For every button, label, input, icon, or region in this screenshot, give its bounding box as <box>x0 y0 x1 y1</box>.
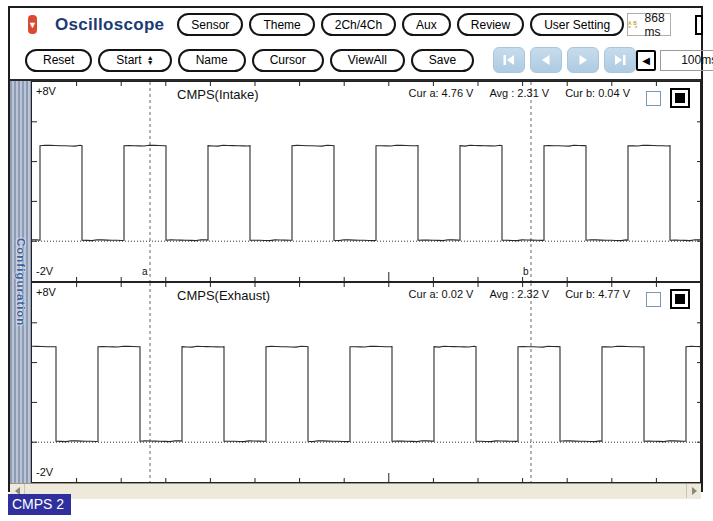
menu-button-2ch-4ch[interactable]: 2Ch/4Ch <box>321 13 396 36</box>
timebase-control: ◀ 100ms ▶ <box>636 50 713 71</box>
cursor-b-value: Cur b: 4.77 V <box>565 288 630 300</box>
timebase-value: 100ms <box>660 50 713 71</box>
waveform-plot <box>32 283 702 482</box>
record-nav-group <box>493 47 636 73</box>
page-title: Oscilloscope <box>55 15 164 35</box>
ab-time-value: 868 ms <box>645 11 671 39</box>
record-previous-button[interactable] <box>530 47 562 73</box>
voltage-bottom-label: -2V <box>36 466 53 478</box>
cursor-a-label: a <box>142 266 148 277</box>
previous-icon <box>539 54 553 66</box>
ab-cursor-icon: A B <box>628 18 638 32</box>
menu-button-user-setting[interactable]: User Setting <box>530 13 624 36</box>
channel-select-checkbox[interactable] <box>646 91 661 106</box>
filled-square-icon <box>675 294 685 304</box>
start-button[interactable]: Start▲▼ <box>98 49 171 72</box>
cursor-b-value: Cur b: 0.04 V <box>565 87 630 99</box>
channel-tab-cmps2[interactable]: CMPS 2 <box>8 494 71 515</box>
voltage-top-label: +8V <box>36 286 56 298</box>
right-triangle-icon <box>692 487 697 495</box>
channel-title: CMPS(Intake) <box>177 87 259 102</box>
channel-title: CMPS(Exhaust) <box>177 288 270 303</box>
oscilloscope-window: ▼ Oscilloscope SensorTheme2Ch/4ChAuxRevi… <box>8 6 703 492</box>
timebase-decrease-button[interactable]: ◀ <box>636 50 656 71</box>
svg-text:B: B <box>633 21 637 26</box>
next-icon <box>576 54 590 66</box>
average-value: Avg : 2.31 V <box>489 87 549 99</box>
control-button-group: ResetStart▲▼NameCursorViewAllSave <box>22 49 477 72</box>
ab-time-display: A B 868 ms <box>627 13 671 36</box>
name-button[interactable]: Name <box>178 49 246 72</box>
channel-display-mode-button[interactable] <box>670 289 690 309</box>
channel-display-mode-button[interactable] <box>670 88 690 108</box>
channel-panel-cmps-exhaust: +8V-2VCMPS(Exhaust)Cur a: 0.02 VAvg : 2.… <box>31 282 701 483</box>
measurement-readout: Cur a: 4.76 VAvg : 2.31 VCur b: 0.04 V <box>409 87 630 99</box>
button-label: Name <box>196 53 228 67</box>
button-label: ViewAll <box>348 53 387 67</box>
channel-panel-cmps-intake: +8V-2VCMPS(Intake)Cur a: 4.76 VAvg : 2.3… <box>31 81 701 282</box>
axis-ticks <box>32 82 702 281</box>
spinner-arrows-icon: ▲▼ <box>147 55 154 65</box>
average-value: Avg : 2.32 V <box>489 288 549 300</box>
record-next-button[interactable] <box>567 47 599 73</box>
button-label: Save <box>429 53 456 67</box>
filled-square-icon <box>675 93 685 103</box>
menu-button-sensor[interactable]: Sensor <box>177 13 243 36</box>
reset-button[interactable]: Reset <box>25 49 92 72</box>
first-icon <box>502 54 516 66</box>
toolbar-primary: ▼ Oscilloscope SensorTheme2Ch/4ChAuxRevi… <box>10 8 701 41</box>
horizontal-scrollbar[interactable] <box>10 483 701 499</box>
svg-text:A: A <box>628 21 632 26</box>
dropdown-arrow-icon: ▼ <box>28 20 37 30</box>
menu-button-group: SensorTheme2Ch/4ChAuxReviewUser Setting <box>174 13 627 36</box>
channel-select-checkbox[interactable] <box>646 292 661 307</box>
channel-stack: +8V-2VCMPS(Intake)Cur a: 4.76 VAvg : 2.3… <box>31 81 701 483</box>
last-icon <box>613 54 627 66</box>
save-button[interactable]: Save <box>411 49 474 72</box>
app-dropdown-button[interactable]: ▼ <box>28 15 37 34</box>
waveform-trace <box>32 346 702 441</box>
waveform-plot <box>32 82 702 281</box>
configuration-tab[interactable]: Configuration <box>10 81 31 483</box>
viewall-button[interactable]: ViewAll <box>330 49 405 72</box>
waveform-trace <box>32 145 702 240</box>
menu-button-review[interactable]: Review <box>457 13 524 36</box>
record-last-button[interactable] <box>604 47 636 73</box>
voltage-top-label: +8V <box>36 85 56 97</box>
list-menu-icon[interactable] <box>695 15 703 35</box>
measurement-readout: Cur a: 0.02 VAvg : 2.32 VCur b: 4.77 V <box>409 288 630 300</box>
button-label: Start <box>116 53 141 67</box>
toolbar-secondary: ResetStart▲▼NameCursorViewAllSave ◀ 100m… <box>10 41 701 81</box>
menu-button-aux[interactable]: Aux <box>402 13 451 36</box>
cursor-b-label: b <box>523 266 529 277</box>
cursor-button[interactable]: Cursor <box>252 49 324 72</box>
configuration-tab-label: Configuration <box>15 238 27 326</box>
cursor-a-value: Cur a: 4.76 V <box>409 87 474 99</box>
record-first-button[interactable] <box>493 47 525 73</box>
scope-area: Configuration +8V-2VCMPS(Intake)Cur a: 4… <box>10 81 701 483</box>
voltage-bottom-label: -2V <box>36 265 53 277</box>
button-label: Cursor <box>270 53 306 67</box>
button-label: Reset <box>43 53 74 67</box>
menu-button-theme[interactable]: Theme <box>249 13 314 36</box>
cursor-a-value: Cur a: 0.02 V <box>409 288 474 300</box>
scroll-right-button[interactable] <box>686 484 701 498</box>
